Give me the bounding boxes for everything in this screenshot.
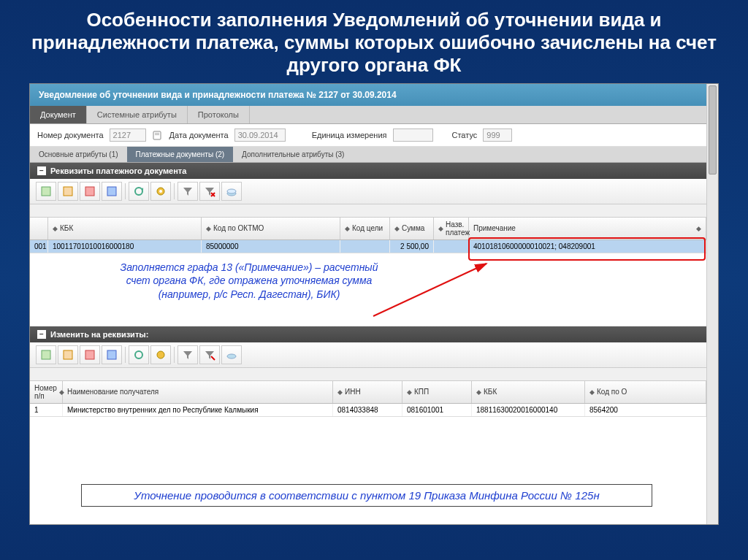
tb-refresh-icon[interactable]	[129, 182, 149, 201]
panel1-toolbar	[30, 179, 706, 204]
slide-title: Особенности заполнения Уведомлений об ут…	[0, 0, 748, 83]
tab-document[interactable]: Документ	[30, 106, 87, 123]
collapse-icon[interactable]: −	[37, 330, 46, 339]
cell-note: 40101810600000010021; 048209001	[469, 240, 706, 253]
panel2-filter[interactable]	[30, 368, 706, 381]
subtab-main-attrs[interactable]: Основные атрибуты (1)	[30, 147, 127, 162]
panel2-toolbar	[30, 342, 706, 368]
doc-date-label: Дата документа	[169, 131, 229, 139]
sort-icon[interactable]: ◆	[696, 225, 701, 232]
form-row: Номер документа Дата документа Единица и…	[30, 124, 706, 147]
sub-tabs: Основные атрибуты (1) Платежные документ…	[30, 147, 706, 163]
tb-grid-icon[interactable]	[102, 182, 122, 201]
subtab-payment-docs[interactable]: Платежные документы (2)	[127, 147, 234, 162]
sort-icon[interactable]: ◆	[394, 225, 400, 232]
tb-export-icon[interactable]	[221, 182, 242, 201]
tb-filter-clear-icon[interactable]	[199, 182, 220, 201]
col-kpp[interactable]: КПП	[414, 388, 429, 396]
col-kbk2[interactable]: КБК	[484, 388, 497, 396]
tb-refresh-icon[interactable]	[129, 345, 149, 364]
col-oktmo2[interactable]: Код по О	[597, 388, 627, 396]
sort-icon[interactable]: ◆	[206, 225, 211, 232]
panel2-title: Изменить на реквизиты:	[50, 330, 148, 339]
panel1-filter[interactable]	[30, 204, 706, 218]
col-platezh[interactable]: Назв. платеж	[446, 220, 470, 237]
svg-rect-16	[85, 350, 94, 359]
window-title: Уведомление об уточнении вида и принадле…	[30, 84, 706, 106]
tb-copy-icon[interactable]	[58, 345, 78, 364]
cell-idx: 001	[30, 240, 48, 253]
tb-settings-icon[interactable]	[150, 345, 171, 364]
tb-filter-clear-icon[interactable]	[199, 345, 220, 364]
tab-protocols[interactable]: Протоколы	[188, 106, 250, 123]
tb-edit-icon[interactable]	[80, 345, 100, 364]
tb-copy-icon[interactable]	[58, 182, 78, 201]
status-input[interactable]	[483, 129, 512, 142]
sort-icon[interactable]: ◆	[345, 225, 350, 232]
tb-edit-icon[interactable]	[80, 182, 100, 201]
cell-kpp: 081601001	[402, 404, 472, 416]
sort-icon[interactable]: ◆	[337, 388, 343, 396]
panel2-grid-head: Номер п/п◆ Наименование получателя ◆ИНН …	[30, 381, 706, 404]
svg-line-20	[211, 356, 215, 360]
sort-icon[interactable]: ◆	[53, 225, 58, 232]
table-row[interactable]: 1 Министерство внутренних дел по Республ…	[30, 404, 706, 417]
col-name[interactable]: Наименование получателя	[67, 388, 159, 396]
tb-new-icon[interactable]	[36, 345, 56, 364]
svg-rect-17	[107, 350, 116, 359]
sort-icon[interactable]: ◆	[476, 388, 481, 396]
note-box: Уточнение проводится в соответствии с пу…	[81, 484, 652, 507]
doc-date-input[interactable]	[234, 129, 286, 142]
panel1-grid-head: ◆КБК ◆Код по ОКТМО ◆Код цели ◆Сумма ◆Наз…	[30, 218, 706, 240]
panel2-header: − Изменить на реквизиты:	[30, 326, 706, 342]
tb-grid-icon[interactable]	[102, 345, 122, 364]
col-num[interactable]: Номер п/п	[34, 384, 57, 400]
vertical-scrollbar[interactable]	[706, 84, 718, 524]
tb-filter-icon[interactable]	[178, 345, 198, 364]
collapse-icon[interactable]: −	[37, 166, 46, 175]
cell-sum: 2 500,00	[390, 240, 434, 253]
sort-icon[interactable]: ◆	[589, 388, 595, 396]
cell-name: Министерство внутренних дел по Республик…	[63, 404, 333, 416]
cell-kbk: 10011701010016000180	[48, 240, 202, 253]
subtab-additional[interactable]: Дополнительные атрибуты (3)	[233, 147, 353, 162]
col-kbk[interactable]: КБК	[60, 224, 73, 232]
annotation-text: Заполняется графа 13 («Примечание») – ра…	[118, 261, 381, 302]
tb-export-icon[interactable]	[221, 345, 242, 364]
panel1-title: Реквизиты платежного документа	[50, 166, 186, 175]
svg-point-7	[135, 188, 142, 195]
doc-num-input[interactable]	[110, 129, 146, 142]
svg-rect-15	[64, 350, 72, 359]
svg-point-18	[135, 351, 142, 358]
tb-settings-icon[interactable]	[150, 182, 171, 201]
svg-rect-2	[155, 134, 159, 135]
cell-platezh	[434, 240, 469, 253]
col-oktmo[interactable]: Код по ОКТМО	[213, 224, 264, 232]
svg-rect-4	[64, 187, 72, 196]
panel1-header: − Реквизиты платежного документа	[30, 163, 706, 179]
tb-filter-icon[interactable]	[178, 182, 198, 201]
sort-icon[interactable]: ◆	[407, 388, 412, 396]
col-inn[interactable]: ИНН	[345, 388, 361, 396]
col-goal[interactable]: Код цели	[352, 224, 383, 232]
cell-oktmo2: 8564200	[585, 404, 706, 416]
svg-rect-6	[107, 187, 116, 196]
tb-new-icon[interactable]	[36, 182, 56, 201]
svg-point-13	[227, 189, 236, 193]
sort-icon[interactable]: ◆	[438, 225, 443, 232]
col-sum[interactable]: Сумма	[402, 224, 424, 232]
attach-icon[interactable]	[152, 129, 164, 141]
svg-point-9	[159, 190, 162, 193]
main-tabs: Документ Системные атрибуты Протоколы	[30, 106, 706, 124]
doc-num-label: Номер документа	[37, 131, 104, 139]
unit-input[interactable]	[393, 129, 433, 142]
col-note[interactable]: Примечание	[473, 224, 516, 232]
svg-rect-14	[42, 350, 50, 359]
cell-num: 1	[30, 404, 63, 416]
svg-rect-1	[155, 133, 159, 134]
tab-system-attrs[interactable]: Системные атрибуты	[87, 106, 188, 123]
cell-oktmo: 85000000	[202, 240, 340, 253]
app-window: Уведомление об уточнении вида и принадле…	[29, 83, 719, 525]
svg-rect-3	[42, 187, 50, 196]
table-row[interactable]: 001 10011701010016000180 85000000 2 500,…	[30, 240, 706, 253]
